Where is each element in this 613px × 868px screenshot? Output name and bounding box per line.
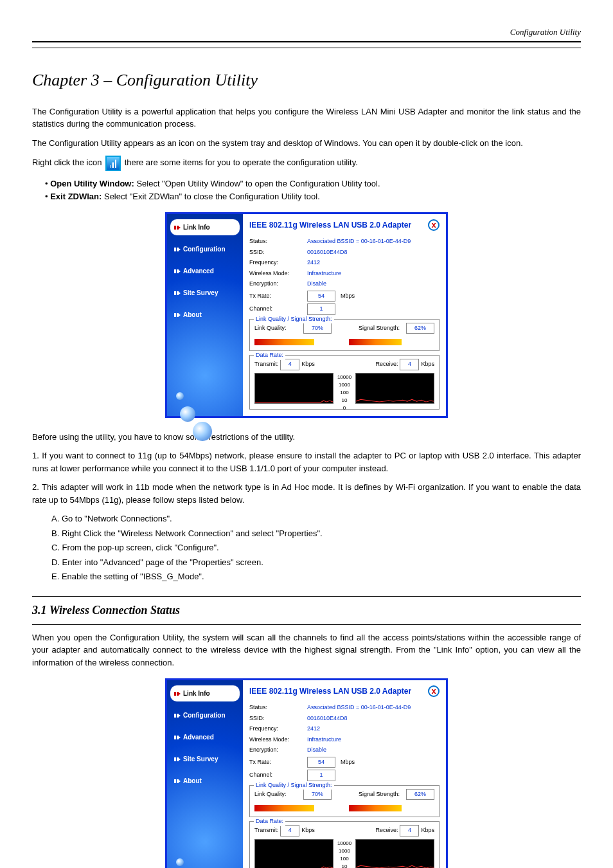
- quality-group: Link Quality / Signal Strength: Link Qua…: [249, 319, 440, 352]
- sidebar-item-about[interactable]: About: [170, 307, 240, 323]
- mode-label: Wireless Mode:: [249, 269, 307, 278]
- sidebar-item-link-info[interactable]: Link Info: [170, 219, 240, 235]
- header-rule-2: [32, 48, 581, 48]
- sidebar-item-label: Configuration: [183, 710, 226, 720]
- transmit-label: Transmit:: [254, 826, 278, 835]
- graph-yscale: 10000 1000 100 10 0: [335, 839, 354, 869]
- intro-paragraph-1: The Configuration Utility is a powerful …: [32, 105, 581, 131]
- ssid-value: 0016010E44D8: [307, 714, 440, 723]
- transmit-label: Transmit:: [254, 360, 278, 369]
- transmit-value: 4: [280, 825, 299, 836]
- screenshot-title: IEEE 802.11g Wireless LAN USB 2.0 Adapte…: [249, 219, 411, 231]
- datarate-group-title: Data Rate:: [254, 351, 285, 360]
- receive-unit: Kbps: [421, 360, 434, 369]
- receive-unit: Kbps: [421, 826, 434, 835]
- channel-value: 1: [307, 303, 335, 315]
- sidebar-item-about[interactable]: About: [170, 773, 240, 789]
- sidebar-item-advanced[interactable]: Advanced: [170, 263, 240, 279]
- frequency-label: Frequency:: [249, 725, 307, 734]
- signal-strength-label: Signal Strength:: [359, 790, 400, 799]
- substep: A. Go to "Network Connections".: [51, 512, 581, 525]
- ssid-label: SSID:: [249, 714, 307, 723]
- screenshot-main: IEEE 802.11g Wireless LAN USB 2.0 Adapte…: [243, 214, 446, 416]
- nav-bullet-icon: [174, 691, 181, 697]
- nav-bullet-icon: [174, 734, 181, 741]
- sidebar-item-site-survey[interactable]: Site Survey: [170, 285, 240, 301]
- nav-bullet-icon: [174, 268, 181, 275]
- datarate-group: Data Rate: Transmit: 4 Kbps Receive: 4 K…: [249, 821, 440, 868]
- sidebar-item-configuration[interactable]: Configuration: [170, 241, 240, 257]
- list-item: • Exit ZDWlan: Select "Exit ZDWlan" to c…: [45, 190, 581, 203]
- channel-label: Channel:: [249, 305, 307, 314]
- encryption-value: Disable: [307, 280, 440, 289]
- transmit-unit: Kbps: [301, 360, 315, 369]
- page-header: Configuration Utility: [32, 26, 581, 48]
- section-3-1-title: 3.1 Wireless Connection Status: [32, 602, 581, 619]
- header-right-label: Configuration Utility: [32, 26, 581, 39]
- signal-strength-label: Signal Strength:: [359, 324, 400, 333]
- mode-value: Infrastructure: [307, 736, 440, 745]
- sidebar-item-label: About: [183, 310, 202, 320]
- transmit-graph: [254, 373, 333, 404]
- section-3-1-header: 3.1 Wireless Connection Status: [32, 596, 581, 625]
- transmit-value: 4: [280, 359, 299, 370]
- screenshot-sidebar: Link Info Configuration Advanced Site Su…: [167, 214, 243, 416]
- txrate-label: Tx Rate:: [249, 758, 307, 767]
- sidebar-item-label: Link Info: [183, 222, 210, 232]
- signal-strength-bar: [349, 339, 402, 345]
- sidebar-item-site-survey[interactable]: Site Survey: [170, 751, 240, 767]
- link-quality-value: 70%: [303, 323, 332, 334]
- nav-bullet-icon: [174, 290, 181, 296]
- channel-value: 1: [307, 770, 335, 781]
- quality-group-title: Link Quality / Signal Strength:: [254, 315, 334, 324]
- close-button[interactable]: x: [428, 219, 440, 231]
- sidebar-item-label: Advanced: [183, 732, 214, 742]
- ssid-value: 0016010E44D8: [307, 248, 440, 257]
- sidebar-item-link-info[interactable]: Link Info: [170, 685, 240, 701]
- icon-sentence-suffix: there are some items for you to operate …: [125, 158, 358, 167]
- frequency-label: Frequency:: [249, 258, 307, 267]
- nav-bullet-icon: [174, 312, 181, 318]
- screenshot-main: IEEE 802.11g Wireless LAN USB 2.0 Adapte…: [243, 680, 446, 868]
- nav-bullet-icon: [174, 778, 181, 784]
- substeps-list: A. Go to "Network Connections". B. Right…: [51, 512, 581, 583]
- signal-strength-bar: [349, 805, 402, 811]
- restrictions-note: Before using the utility, you have to kn…: [32, 431, 581, 444]
- substep: E. Enable the setting of "IBSS_G_Mode".: [51, 570, 581, 583]
- status-label: Status:: [249, 703, 307, 712]
- signal-strength-value: 62%: [406, 323, 434, 334]
- restriction-2: 2. This adapter will work in 11b mode wh…: [32, 481, 581, 506]
- sidebar-item-label: Site Survey: [183, 754, 218, 764]
- sidebar-item-label: Link Info: [183, 689, 210, 698]
- encryption-label: Encryption:: [249, 280, 307, 289]
- receive-label: Receive:: [375, 826, 398, 835]
- header-rule-1: [32, 41, 581, 42]
- close-button[interactable]: x: [428, 685, 440, 697]
- mode-label: Wireless Mode:: [249, 736, 307, 745]
- sidebar-item-label: Configuration: [183, 244, 226, 254]
- txrate-label: Tx Rate:: [249, 292, 307, 301]
- channel-label: Channel:: [249, 771, 307, 780]
- link-quality-bar: [254, 339, 314, 345]
- nav-bullet-icon: [174, 756, 181, 763]
- txrate-value: 54: [307, 291, 335, 302]
- sidebar-item-advanced[interactable]: Advanced: [170, 729, 240, 745]
- substep: D. Enter into "Advanced" page of the "Pr…: [51, 556, 581, 569]
- section-3-1-body: When you open the Configuration Utility,…: [32, 631, 581, 669]
- list-item: • Open Utility Window: Select "Open Util…: [45, 177, 581, 190]
- datarate-group: Data Rate: Transmit: 4 Kbps Receive: 4 K…: [249, 355, 440, 410]
- substep: C. From the pop-up screen, click "Config…: [51, 541, 581, 554]
- intro-paragraph-2: The Configuration Utility appears as an …: [32, 137, 581, 150]
- status-value: Associated BSSID = 00-16-01-0E-44-D9: [307, 703, 440, 712]
- receive-value: 4: [400, 359, 419, 370]
- status-value: Associated BSSID = 00-16-01-0E-44-D9: [307, 237, 440, 246]
- quality-group: Link Quality / Signal Strength: Link Qua…: [249, 785, 440, 818]
- frequency-value: 2412: [307, 258, 440, 267]
- screenshot-sidebar: Link Info Configuration Advanced Site Su…: [167, 680, 243, 868]
- link-quality-value: 70%: [303, 789, 332, 800]
- encryption-label: Encryption:: [249, 746, 307, 755]
- sidebar-item-configuration[interactable]: Configuration: [170, 707, 240, 723]
- txrate-unit: Mbps: [341, 758, 355, 767]
- icon-sentence-prefix: Right click the icon: [32, 158, 104, 167]
- nav-bullet-icon: [174, 246, 181, 253]
